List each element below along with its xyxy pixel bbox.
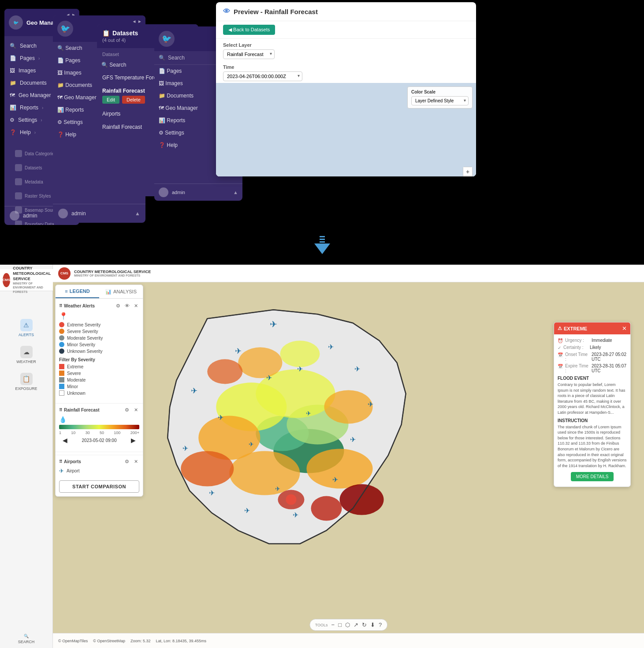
tab-legend[interactable]: ≡ LEGEND bbox=[56, 285, 99, 298]
severity-pin-icon: 📍 bbox=[59, 312, 139, 320]
preview-header: 👁 Preview - Rainfall Forecast bbox=[216, 2, 476, 21]
more-details-button[interactable]: MORE DETAILS bbox=[571, 472, 614, 481]
arrow-lines bbox=[320, 236, 325, 243]
weather-icon: ☁ bbox=[20, 346, 33, 358]
onset-icon: 📅 bbox=[558, 352, 563, 357]
flood-alert-close-button[interactable]: ✕ bbox=[622, 325, 627, 332]
toolbar-hex-btn[interactable]: ⬡ bbox=[345, 622, 350, 628]
legend-weather-alerts: ⠿ Weather Alerts ⚙ 👁 ✕ 📍 Extreme Severit… bbox=[56, 299, 143, 401]
svg-point-56 bbox=[286, 494, 296, 505]
nav-weather[interactable]: ☁ WEATHER bbox=[0, 342, 52, 367]
arrow-down bbox=[314, 236, 330, 254]
zoom-in-button[interactable]: + bbox=[463, 167, 472, 176]
filter-unknown[interactable]: Unknown bbox=[59, 390, 139, 396]
select-layer-dropdown[interactable]: Rainfall Forecast bbox=[223, 49, 275, 59]
flood-alert-panel: ⚠ EXTREME ✕ ⏰ Urgency : Immediate ✓ Cert… bbox=[554, 322, 631, 487]
legend-item-minor: Minor Severity bbox=[59, 342, 139, 347]
bottom-header-bar: CMS COUNTRY METEOROLOGICAL SERVICE MINIS… bbox=[0, 269, 53, 291]
select-layer-group: Select Layer Rainfall Forecast bbox=[223, 42, 275, 59]
search-icon: 🔍 bbox=[24, 634, 29, 638]
time-group: Time 2023-04-26T06:00:00.000Z bbox=[223, 64, 302, 81]
legend-tabs: ≡ LEGEND 📊 ANALYSIS bbox=[56, 285, 143, 299]
time-wrapper: 2023-04-26T06:00:00.000Z bbox=[223, 71, 302, 81]
svg-text:✈: ✈ bbox=[275, 485, 280, 492]
sidebar1-avatar bbox=[10, 211, 19, 221]
sidebar1-logo: 🐦 bbox=[9, 15, 23, 30]
filter-extreme[interactable]: Extreme bbox=[59, 364, 139, 369]
flood-event-title: FLOOD EVENT bbox=[558, 376, 627, 381]
weather-alerts-eye-btn[interactable]: 👁 bbox=[123, 302, 130, 309]
zoom-level: Zoom: 5.32 bbox=[130, 639, 151, 643]
svg-point-36 bbox=[280, 341, 320, 367]
legend-item-severe: Severe Severity bbox=[59, 329, 139, 334]
toolbar-expand-btn[interactable]: □ bbox=[338, 622, 342, 628]
color-scale-wrapper: Layer Defined Style bbox=[411, 96, 469, 105]
toolbar-share-btn[interactable]: ↗ bbox=[354, 622, 358, 628]
color-scale-dropdown[interactable]: Layer Defined Style bbox=[411, 96, 469, 105]
toolbar-zoom-out-btn[interactable]: − bbox=[331, 622, 335, 628]
filter-severe[interactable]: Severe bbox=[59, 371, 139, 376]
unknown-dot bbox=[59, 348, 64, 354]
select-layer-label: Select Layer bbox=[223, 42, 275, 48]
sidebar4-footer: admin ▲ bbox=[154, 184, 242, 201]
toolbar-help-btn[interactable]: ? bbox=[379, 622, 382, 628]
nav-prev-button[interactable]: ◀ bbox=[63, 437, 67, 444]
filter-label: Filter By Severity bbox=[59, 357, 139, 362]
exposure-icon: 📋 bbox=[20, 373, 33, 385]
bottom-status-bar: © OpenMapTiles © OpenStreetMap Zoom: 5.3… bbox=[53, 633, 644, 648]
sidebar2-avatar bbox=[58, 209, 68, 218]
start-comparison-button[interactable]: START COMPARISON bbox=[59, 480, 139, 493]
nav-alerts[interactable]: ⚠ ALERTS bbox=[0, 315, 52, 341]
weather-alerts-settings-btn[interactable]: ⚙ bbox=[115, 302, 122, 309]
toolbar-refresh-btn[interactable]: ↻ bbox=[362, 622, 367, 628]
airports-settings-btn[interactable]: ⚙ bbox=[123, 458, 130, 465]
arrow-triangle bbox=[314, 243, 330, 254]
arrow-line-2 bbox=[320, 239, 325, 240]
sidebar4-logo: 🐦 bbox=[159, 31, 175, 47]
severe-dot bbox=[59, 329, 64, 334]
nav-next-button[interactable]: ▶ bbox=[131, 437, 136, 444]
svg-point-32 bbox=[311, 496, 342, 521]
svg-text:✈: ✈ bbox=[235, 347, 242, 356]
zoom-out-button[interactable]: − bbox=[463, 176, 472, 176]
legend-divider-2 bbox=[56, 452, 143, 452]
exposure-label: EXPOSURE bbox=[15, 386, 37, 391]
bottom-sidebar: CMS COUNTRY METEOROLOGICAL SERVICE MINIS… bbox=[0, 265, 53, 648]
flood-expire-field: 📅 Expire Time : 2023-28-31 05:07 UTC bbox=[558, 363, 627, 373]
bottom-search[interactable]: 🔍 SEARCH bbox=[0, 629, 52, 648]
filter-moderate[interactable]: Moderate bbox=[59, 377, 139, 382]
flood-certainty-field: ✓ Certainty : Likely bbox=[558, 345, 627, 350]
filter-extreme-color bbox=[59, 364, 64, 369]
rainfall-gradient bbox=[59, 425, 139, 429]
rainfall-close-btn[interactable]: ✕ bbox=[132, 406, 139, 413]
time-dropdown[interactable]: 2023-04-26T06:00:00.000Z bbox=[223, 71, 302, 81]
svg-text:✈: ✈ bbox=[249, 441, 254, 448]
svg-text:✈: ✈ bbox=[218, 414, 223, 421]
svg-text:✈: ✈ bbox=[270, 319, 277, 329]
time-label: Time bbox=[223, 64, 302, 70]
svg-text:✈: ✈ bbox=[368, 401, 373, 408]
weather-label: WEATHER bbox=[16, 360, 36, 364]
nav-exposure[interactable]: 📋 EXPOSURE bbox=[0, 369, 52, 394]
svg-point-28 bbox=[229, 451, 300, 495]
plane-icon: ✈ bbox=[59, 468, 64, 474]
filter-minor[interactable]: Minor bbox=[59, 384, 139, 389]
tab-analysis[interactable]: 📊 ANALYSIS bbox=[99, 285, 143, 298]
delete-button[interactable]: Delete bbox=[122, 96, 145, 104]
legend-airports-section: ⠿ Airports ⚙ ✕ ✈ Airport bbox=[56, 455, 143, 477]
sidebar2-logo: 🐦 bbox=[57, 21, 73, 37]
flood-event-description: Contrary to popular belief, Lorem Ipsum … bbox=[558, 382, 627, 416]
svg-text:✈: ✈ bbox=[350, 436, 356, 443]
weather-alerts-header: ⠿ Weather Alerts ⚙ 👁 ✕ bbox=[59, 302, 139, 309]
sidebar2-user: admin bbox=[71, 210, 86, 217]
sidebar2-toggle[interactable]: ◄ ► bbox=[132, 19, 142, 24]
svg-point-31 bbox=[339, 484, 383, 515]
back-to-datasets-button[interactable]: ◀ Back to Datasets bbox=[223, 25, 275, 35]
edit-button[interactable]: Edit bbox=[102, 96, 119, 104]
color-scale-panel: Color Scale Layer Defined Style bbox=[407, 86, 473, 109]
rainfall-settings-btn[interactable]: ⚙ bbox=[123, 406, 130, 413]
toolbar-download-btn[interactable]: ⬇ bbox=[370, 622, 375, 628]
airports-close-btn[interactable]: ✕ bbox=[132, 458, 139, 465]
svg-text:✈: ✈ bbox=[266, 374, 272, 382]
weather-alerts-close-btn[interactable]: ✕ bbox=[132, 302, 139, 309]
